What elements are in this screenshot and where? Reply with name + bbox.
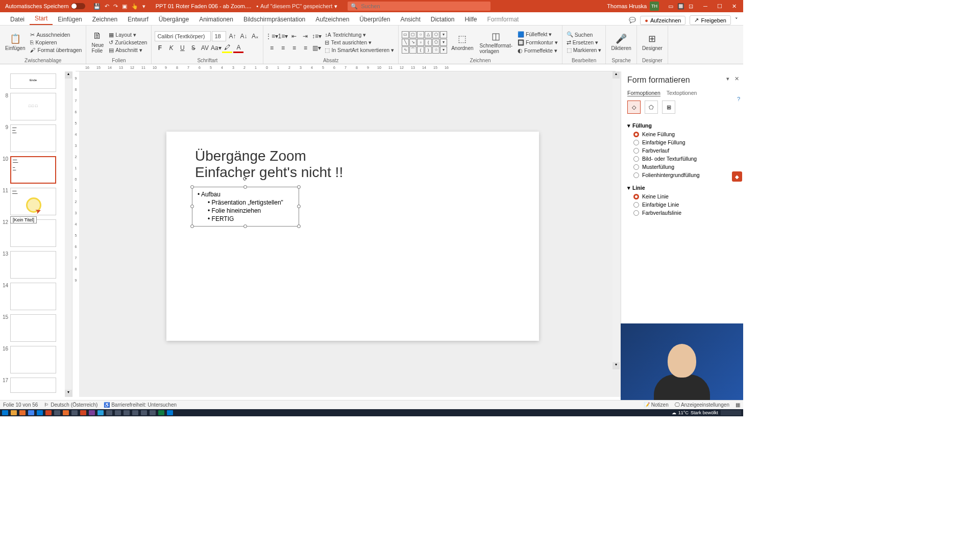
weather-widget[interactable]: ☁ 11°C Stark bewölkt — [672, 410, 718, 415]
slide-thumb-16[interactable] — [10, 346, 56, 373]
fill-section-header[interactable]: ▾ Füllung — [627, 121, 737, 130]
font-size-select[interactable]: 18 — [212, 31, 226, 41]
tab-review[interactable]: Überprüfen — [354, 14, 395, 25]
start-button[interactable] — [2, 410, 8, 415]
tab-draw[interactable]: Zeichnen — [87, 14, 122, 25]
slide-thumb-13[interactable] — [10, 251, 56, 279]
ribbon-mode-icon[interactable]: ▭ — [668, 3, 673, 10]
pane-dropdown-icon[interactable]: ▾ — [726, 76, 729, 82]
slide-thumb-15[interactable] — [10, 314, 56, 342]
cut-button[interactable]: ✂ Ausschneiden — [29, 31, 83, 38]
resize-handle[interactable] — [190, 185, 194, 189]
designer-accent-button[interactable]: ◆ — [732, 171, 742, 182]
slide-canvas[interactable]: Übergänge Zoom Einfacher geht's nicht !!… — [80, 71, 621, 397]
tab-animations[interactable]: Animationen — [194, 14, 238, 25]
taskbar-app-icon[interactable] — [11, 410, 17, 415]
resize-handle[interactable] — [190, 224, 194, 228]
tab-design[interactable]: Entwurf — [122, 14, 154, 25]
layout-button[interactable]: ▦ Layout ▾ — [108, 31, 148, 38]
tab-transitions[interactable]: Übergänge — [154, 14, 194, 25]
replace-button[interactable]: ⇄ Ersetzen ▾ — [566, 39, 603, 46]
case-icon[interactable]: Aa▾ — [211, 43, 221, 53]
close-icon[interactable]: ✕ — [727, 3, 741, 10]
taskbar-app-icon[interactable] — [141, 410, 147, 415]
touch-icon[interactable]: 👆 — [131, 3, 138, 10]
tab-slideshow[interactable]: Bildschirmpräsentation — [238, 14, 310, 25]
radio-gradient-fill[interactable]: Farbverlauf — [627, 146, 737, 155]
font-color-icon[interactable]: A — [233, 43, 243, 53]
tab-help[interactable]: Hilfe — [459, 14, 482, 25]
redo-icon[interactable]: ↷ — [113, 3, 118, 10]
pane-close-icon[interactable]: ✕ — [734, 76, 739, 82]
share-button[interactable]: ↗ Freigeben — [690, 15, 731, 25]
taskbar-app-icon[interactable] — [115, 410, 121, 415]
taskbar-app-icon[interactable] — [45, 410, 52, 415]
thumb-scrollbar[interactable]: ▴▾ — [65, 71, 72, 397]
slide-title[interactable]: Übergänge Zoom Einfacher geht's nicht !! — [166, 132, 539, 181]
radio-no-line[interactable]: Keine Linie — [627, 192, 737, 201]
indent-icon[interactable]: ⇥ — [300, 31, 310, 41]
slide-thumb-8[interactable]: ⬚ ⬚ ⬚ — [10, 93, 56, 120]
ribbon-mode-icon[interactable]: ⊡ — [689, 3, 693, 10]
numbering-icon[interactable]: 1≡▾ — [278, 31, 288, 41]
tab-dictation[interactable]: Dictation — [426, 14, 460, 25]
slide-thumb-9[interactable]: ━━━━━━━━━━━ — [10, 124, 56, 152]
font-name-select[interactable]: Calibri (Textkörper) — [155, 31, 211, 41]
tab-file[interactable]: Datei — [5, 14, 30, 25]
pane-tab-text[interactable]: Textoptionen — [667, 90, 697, 96]
strike-icon[interactable]: S̶ — [188, 43, 199, 53]
search-input[interactable] — [361, 3, 487, 9]
shape-fill-button[interactable]: 🟦 Fülleffekt ▾ — [517, 31, 559, 38]
taskbar-app-icon[interactable] — [106, 410, 112, 415]
present-icon[interactable]: ▣ — [122, 3, 127, 10]
content-textbox[interactable]: Aufbau Präsentation „fertigstellen" Foli… — [192, 187, 299, 227]
paste-button[interactable]: 📋Einfügen — [3, 32, 27, 52]
slide-thumb-14[interactable] — [10, 283, 56, 310]
ribbon-mode-icon[interactable]: 🔲 — [677, 3, 684, 10]
search-box[interactable]: 🔍 — [348, 2, 491, 11]
bullet-item[interactable]: Aufbau — [198, 190, 293, 198]
chevron-down-icon[interactable]: ▾ — [334, 3, 337, 10]
help-icon[interactable]: ? — [737, 96, 740, 102]
format-painter-button[interactable]: 🖌 Format übertragen — [29, 46, 83, 54]
taskbar-app-icon[interactable] — [124, 410, 130, 415]
bullet-item[interactable]: Folie hineinziehen — [198, 207, 293, 215]
resize-handle[interactable] — [297, 205, 301, 208]
taskbar-app-icon[interactable] — [37, 410, 43, 415]
radio-picture-fill[interactable]: Bild- oder Texturfüllung — [627, 155, 737, 163]
align-right-icon[interactable]: ≡ — [289, 43, 299, 53]
radio-gradient-line[interactable]: Farbverlaufslinie — [627, 209, 737, 217]
shape-gallery[interactable]: ▭▢○△⬡▾ ╲↘⬨{⬠▾ ∿⌒()☆▾ — [402, 31, 447, 54]
taskbar-app-icon[interactable] — [28, 410, 34, 415]
taskbar-app-icon[interactable] — [167, 410, 173, 415]
slide-counter[interactable]: Folie 10 von 56 — [3, 402, 38, 408]
align-text-button[interactable]: ⊟ Text ausrichten ▾ — [324, 39, 395, 46]
resize-handle[interactable] — [190, 205, 194, 208]
size-tab-icon[interactable]: ⊞ — [662, 101, 675, 114]
tab-view[interactable]: Ansicht — [395, 14, 425, 25]
copy-button[interactable]: ⎘ Kopieren — [29, 39, 83, 46]
arrange-button[interactable]: ⬚Anordnen — [449, 32, 475, 52]
accessibility-status[interactable]: ♿ Barrierefreiheit: Untersuchen — [104, 402, 177, 408]
linespacing-icon[interactable]: ↕≡▾ — [311, 31, 322, 41]
clear-format-icon[interactable]: Aₓ — [250, 31, 260, 41]
grow-font-icon[interactable]: A↑ — [227, 31, 237, 41]
collapse-ribbon-icon[interactable]: ˅ — [735, 17, 738, 23]
resize-handle[interactable] — [243, 185, 247, 189]
smartart-button[interactable]: ⬚ In SmartArt konvertieren ▾ — [324, 46, 395, 54]
radio-solid-line[interactable]: Einfarbige Linie — [627, 201, 737, 209]
new-slide-button[interactable]: 🗎Neue Folie — [89, 30, 106, 55]
taskbar-app-icon[interactable] — [80, 410, 86, 415]
slide-thumb-17[interactable] — [10, 378, 56, 393]
qat-more-icon[interactable]: ▾ — [142, 3, 145, 10]
radio-pattern-fill[interactable]: Musterfüllung — [627, 163, 737, 171]
align-left-icon[interactable]: ≡ — [266, 43, 277, 53]
canvas-scrollbar[interactable]: ▴▾ — [612, 71, 620, 369]
save-icon[interactable]: 💾 — [93, 3, 101, 10]
slide-thumb-7[interactable]: Ende — [10, 73, 56, 89]
slide-thumb-11[interactable]: ━━━━━━━━━ ➤ — [10, 188, 56, 215]
rotate-handle[interactable]: ⟳ — [243, 176, 247, 182]
effects-tab-icon[interactable]: ⬠ — [645, 101, 658, 114]
justify-icon[interactable]: ≡ — [300, 43, 310, 53]
taskbar-app-icon[interactable] — [89, 410, 95, 415]
